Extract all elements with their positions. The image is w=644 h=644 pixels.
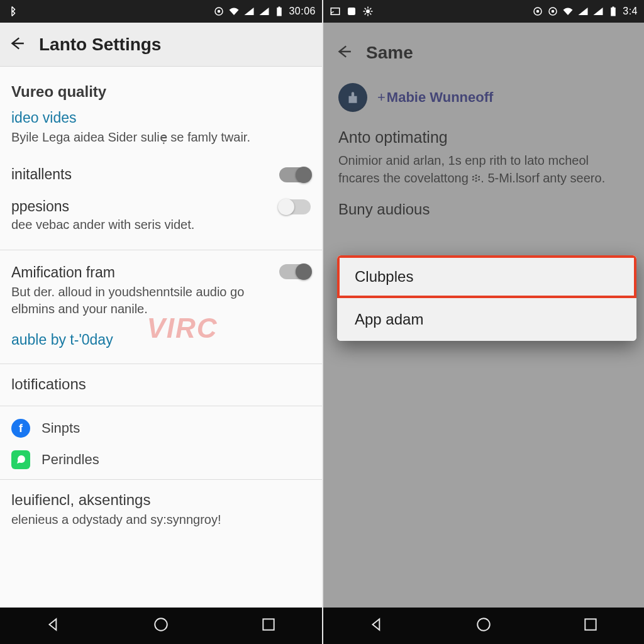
nav-back-icon[interactable] bbox=[45, 616, 62, 635]
section-video-quality: Vureo quality bbox=[0, 78, 322, 109]
nav-recent-icon[interactable] bbox=[582, 616, 599, 635]
page-title: Lanto Settings bbox=[39, 35, 161, 55]
svg-rect-2 bbox=[277, 8, 282, 16]
setting-initallents[interactable]: initallents bbox=[0, 158, 322, 191]
toggle-amification[interactable] bbox=[279, 264, 311, 279]
divider bbox=[0, 479, 322, 480]
settings-content: Vureo quality ideo vides Byile Lega aide… bbox=[0, 67, 322, 608]
gear-icon bbox=[362, 6, 374, 17]
notif-perindles[interactable]: Perindles bbox=[0, 444, 322, 475]
target-icon-2 bbox=[547, 6, 558, 17]
divider bbox=[0, 250, 322, 250]
amification-subtitle: But der. alloud in youdshenntsile audio … bbox=[11, 281, 279, 318]
signal-icon-2 bbox=[592, 6, 604, 17]
bluetooth-icon bbox=[6, 6, 18, 17]
svg-point-10 bbox=[536, 10, 540, 13]
nav-recent-icon[interactable] bbox=[260, 616, 277, 635]
section-aksettings: leuifiencl, aksentings bbox=[0, 486, 322, 511]
facebook-icon: f bbox=[11, 419, 30, 438]
svg-point-4 bbox=[155, 618, 167, 631]
battery-icon bbox=[608, 6, 619, 17]
section-notifications: lotifications bbox=[0, 370, 322, 402]
svg-rect-13 bbox=[611, 8, 616, 16]
whatsapp-icon bbox=[11, 450, 30, 469]
popup-option-app-adam[interactable]: App adam bbox=[337, 298, 636, 341]
app-icon bbox=[346, 6, 357, 17]
phone-left: 30:06 Lanto Settings Vureo quality ideo … bbox=[0, 0, 322, 644]
setting-label: ppesions bbox=[11, 198, 69, 215]
svg-rect-6 bbox=[331, 8, 340, 15]
svg-rect-3 bbox=[279, 7, 280, 8]
status-clock: 3:4 bbox=[623, 6, 638, 17]
notif-label: Sinpts bbox=[42, 420, 80, 436]
popup-menu: Clubples App adam bbox=[337, 255, 636, 341]
ppesions-subtitle: dee vebac ander with seris videt. bbox=[0, 216, 322, 246]
toggle-ppesions[interactable] bbox=[279, 199, 311, 214]
svg-rect-16 bbox=[585, 619, 596, 630]
popup-option-clubples[interactable]: Clubples bbox=[337, 255, 636, 298]
svg-point-15 bbox=[477, 618, 490, 631]
notif-sinpts[interactable]: f Sinpts bbox=[0, 413, 322, 444]
nav-back-icon[interactable] bbox=[369, 616, 385, 635]
app-bar: Lanto Settings bbox=[0, 23, 322, 67]
battery-icon bbox=[274, 6, 285, 17]
toggle-initallents[interactable] bbox=[279, 167, 311, 182]
setting-ppesions[interactable]: ppesions bbox=[0, 191, 322, 216]
status-bar: 30:06 bbox=[0, 0, 322, 23]
status-clock: 30:06 bbox=[289, 6, 316, 17]
target-icon bbox=[213, 6, 225, 17]
svg-rect-5 bbox=[263, 619, 274, 630]
divider bbox=[0, 364, 322, 364]
video-vides-subtitle: Byile Lega aidea Sider suliẹ se famly tw… bbox=[0, 129, 322, 158]
notif-label: Perindles bbox=[42, 452, 99, 468]
signal-icon bbox=[577, 6, 589, 17]
wifi-icon bbox=[228, 6, 240, 17]
setting-label: Amification fram bbox=[11, 264, 279, 281]
wifi-icon bbox=[562, 6, 574, 17]
aksettings-subtitle: elenieus a odystady and sy:synngroy! bbox=[0, 511, 322, 532]
svg-rect-7 bbox=[348, 8, 355, 15]
nav-bar bbox=[323, 608, 644, 644]
nav-home-icon[interactable] bbox=[475, 616, 492, 635]
svg-point-8 bbox=[366, 9, 370, 13]
nav-home-icon[interactable] bbox=[153, 616, 169, 635]
signal-icon bbox=[243, 6, 255, 17]
divider bbox=[0, 406, 322, 406]
phone-right: 3:4 Same +Mabie Wunneoff Anto optimating… bbox=[322, 0, 644, 644]
status-bar: 3:4 bbox=[323, 0, 644, 23]
back-icon[interactable] bbox=[9, 35, 25, 54]
signal-icon-2 bbox=[258, 6, 270, 17]
target-icon bbox=[532, 6, 543, 17]
cast-icon bbox=[330, 6, 341, 17]
svg-point-12 bbox=[552, 10, 555, 13]
nav-bar bbox=[0, 608, 322, 644]
setting-amification[interactable]: Amification fram But der. alloud in youd… bbox=[0, 257, 322, 325]
svg-rect-14 bbox=[613, 7, 614, 8]
setting-label: initallents bbox=[11, 166, 72, 183]
link-video-vides[interactable]: ideo vides bbox=[0, 109, 322, 129]
link-today[interactable]: auble by t-'0day bbox=[0, 325, 322, 360]
svg-point-1 bbox=[218, 10, 221, 13]
